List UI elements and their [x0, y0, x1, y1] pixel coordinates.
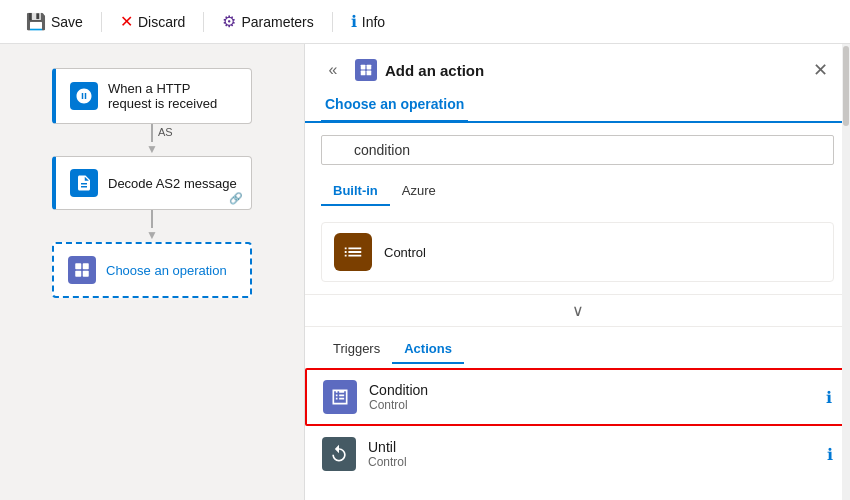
- parameters-icon: ⚙: [222, 12, 236, 31]
- panel-title: Add an action: [355, 59, 484, 81]
- svg-rect-5: [367, 65, 372, 70]
- connectors-section: Control: [305, 214, 850, 294]
- scrollbar-thumb: [843, 46, 849, 126]
- filter-tabs: Built-in Azure: [305, 177, 850, 206]
- parameters-label: Parameters: [241, 14, 313, 30]
- action-tab-actions[interactable]: Actions: [392, 335, 464, 364]
- close-button[interactable]: ✕: [806, 56, 834, 84]
- panel-title-area: « Add an action: [321, 58, 484, 82]
- svg-rect-2: [75, 271, 81, 277]
- expand-button[interactable]: ∨: [572, 301, 584, 320]
- panel-header: « Add an action ✕: [305, 44, 850, 84]
- choose-node-label: Choose an operation: [106, 263, 227, 278]
- info-button[interactable]: ℹ Info: [341, 8, 395, 35]
- condition-info-button[interactable]: ℹ: [826, 388, 832, 407]
- until-sub: Control: [368, 455, 815, 469]
- http-node-icon: [70, 82, 98, 110]
- svg-rect-1: [83, 263, 89, 269]
- until-info-button[interactable]: ℹ: [827, 445, 833, 464]
- svg-rect-4: [361, 65, 366, 70]
- expand-row: ∨: [305, 294, 850, 327]
- discard-icon: ✕: [120, 12, 133, 31]
- collapse-button[interactable]: «: [321, 58, 345, 82]
- control-connector-card[interactable]: Control: [321, 222, 834, 282]
- svg-rect-7: [367, 71, 372, 76]
- panel-title-text: Add an action: [385, 62, 484, 79]
- control-connector-label: Control: [384, 245, 426, 260]
- until-text: Until Control: [368, 439, 815, 469]
- decode-node-icon: [70, 169, 98, 197]
- decode-node-label: Decode AS2 message: [108, 176, 237, 191]
- search-wrap: 🔍: [321, 135, 834, 165]
- svg-rect-6: [361, 71, 366, 76]
- action-list: Condition Control ℹ Until Control ℹ: [305, 368, 850, 500]
- decode-node[interactable]: Decode AS2 message 🔗: [52, 156, 252, 210]
- info-label: Info: [362, 14, 385, 30]
- condition-icon: [323, 380, 357, 414]
- save-icon: 💾: [26, 12, 46, 31]
- until-name: Until: [368, 439, 815, 455]
- scrollbar[interactable]: [842, 44, 850, 500]
- separator-3: [332, 12, 333, 32]
- http-node-label: When a HTTP request is received: [108, 81, 237, 111]
- parameters-button[interactable]: ⚙ Parameters: [212, 8, 323, 35]
- discard-label: Discard: [138, 14, 185, 30]
- filter-tab-azure[interactable]: Azure: [390, 177, 448, 206]
- separator-2: [203, 12, 204, 32]
- link-icon: 🔗: [229, 192, 243, 205]
- condition-text: Condition Control: [369, 382, 814, 412]
- panel-title-icon: [355, 59, 377, 81]
- main-content: When a HTTP request is received AS ▼ Dec…: [0, 44, 850, 500]
- right-panel: « Add an action ✕ Choose an operation 🔍: [305, 44, 850, 500]
- choose-node[interactable]: Choose an operation: [52, 242, 252, 298]
- tab-row: Choose an operation: [305, 88, 850, 123]
- until-icon: [322, 437, 356, 471]
- tab-choose-operation[interactable]: Choose an operation: [321, 88, 468, 123]
- action-item-condition[interactable]: Condition Control ℹ: [305, 368, 850, 426]
- search-input[interactable]: [321, 135, 834, 165]
- info-icon: ℹ: [351, 12, 357, 31]
- search-row: 🔍: [305, 123, 850, 177]
- action-item-until[interactable]: Until Control ℹ: [305, 426, 850, 482]
- save-label: Save: [51, 14, 83, 30]
- choose-node-icon: [68, 256, 96, 284]
- control-connector-icon: [334, 233, 372, 271]
- connector-1: AS ▼: [146, 124, 158, 156]
- separator-1: [101, 12, 102, 32]
- save-button[interactable]: 💾 Save: [16, 8, 93, 35]
- svg-rect-0: [75, 263, 81, 269]
- filter-tab-builtin[interactable]: Built-in: [321, 177, 390, 206]
- action-tab-triggers[interactable]: Triggers: [321, 335, 392, 364]
- canvas: When a HTTP request is received AS ▼ Dec…: [0, 44, 305, 500]
- http-node[interactable]: When a HTTP request is received: [52, 68, 252, 124]
- condition-name: Condition: [369, 382, 814, 398]
- svg-rect-3: [83, 271, 89, 277]
- connector-2: ▼: [146, 210, 158, 242]
- discard-button[interactable]: ✕ Discard: [110, 8, 195, 35]
- action-tabs: Triggers Actions: [305, 335, 850, 364]
- condition-sub: Control: [369, 398, 814, 412]
- toolbar: 💾 Save ✕ Discard ⚙ Parameters ℹ Info: [0, 0, 850, 44]
